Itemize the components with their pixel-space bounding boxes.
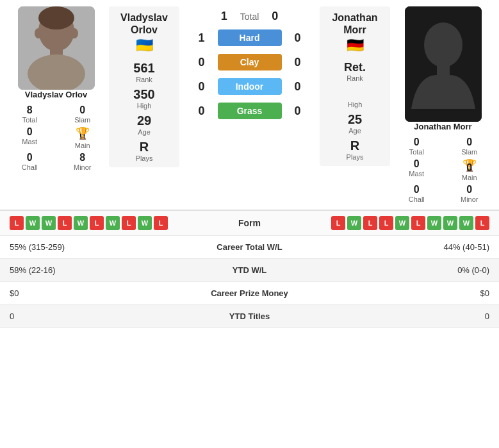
form-badge-left: L [122, 216, 136, 230]
stats-rows-container: 55% (315-259)Career Total W/L44% (40-51)… [0, 236, 499, 328]
right-form: LWLLWLWWWL [307, 216, 490, 230]
right-minor-cell: 0 Minor [446, 184, 493, 203]
left-mast-cell2 [6, 142, 53, 149]
surface-row-hard: 1 Hard 0 [186, 29, 313, 46]
left-total-label: Total [22, 116, 37, 124]
hard-left-score: 1 [195, 31, 208, 45]
right-player-stats: 0 Total 0 Slam 0 Mast 🏆 0 [393, 137, 493, 203]
total-left-score: 1 [218, 10, 231, 23]
form-row: LWWLWLWLWL Form LWLLWLWWWL [0, 211, 499, 236]
stats-center-label: Career Prize Money [192, 288, 307, 298]
left-high-value: 350 [133, 87, 154, 102]
svg-point-6 [70, 28, 78, 38]
left-age-value: 29 [137, 113, 151, 128]
right-plays-item: R Plays [347, 138, 364, 161]
form-badge-left: W [106, 216, 120, 230]
left-high-label: High [137, 102, 152, 110]
right-center-stats: Jonathan Morr 🇩🇪 Ret. Rank High 25 Age R… [320, 6, 390, 166]
form-label: Form [192, 218, 307, 228]
stats-row: $0Career Prize Money$0 [0, 282, 499, 305]
stats-right-value: 44% (40-51) [307, 242, 490, 252]
form-badge-left: W [42, 216, 56, 230]
stats-left-value: 58% (22-16) [10, 265, 192, 275]
clay-left-score: 0 [195, 56, 208, 69]
left-minor-label: Minor [74, 163, 92, 171]
right-high-value [353, 86, 357, 101]
grass-right-score: 0 [291, 104, 304, 118]
left-player-photo [18, 6, 95, 90]
left-plays-label: Plays [136, 154, 153, 162]
stats-center-label: YTD Titles [192, 311, 307, 321]
stats-row: 55% (315-259)Career Total W/L44% (40-51) [0, 236, 499, 259]
left-rank-item: 561 Rank [133, 61, 154, 83]
left-player-stats: 8 Total 0 Slam 0 Mast 🏆 0 [6, 104, 106, 171]
hard-button[interactable]: Hard [218, 29, 282, 46]
stats-row: 58% (22-16)YTD W/L0% (0-0) [0, 259, 499, 282]
left-center-stats: Vladyslav Orlov 🇺🇦 561 Rank 350 High 29 … [109, 6, 179, 167]
svg-point-8 [424, 22, 462, 67]
total-label: Total [240, 12, 259, 22]
right-player-header: Jonathan Morr 🇩🇪 [322, 12, 388, 54]
right-age-item: 25 Age [348, 112, 362, 135]
left-minor-value: 8 [79, 152, 85, 163]
right-main-label: Main [462, 174, 477, 181]
clay-button[interactable]: Clay [218, 54, 282, 71]
right-chall-cell: 0 Chall [393, 184, 440, 203]
bottom-section: LWWLWLWLWL Form LWLLWLWWWL 55% (315-259)… [0, 210, 499, 328]
left-player-name-header: Vladyslav Orlov [111, 12, 177, 36]
form-badge-right: L [379, 216, 393, 230]
form-badge-left: L [154, 216, 168, 230]
left-plays-value: R [140, 140, 149, 154]
right-total-label: Total [409, 148, 424, 156]
form-badge-right: W [347, 216, 361, 230]
right-flag: 🇩🇪 [347, 37, 364, 54]
left-rank-label: Rank [136, 76, 152, 83]
right-rank-item: Ret. Rank [344, 61, 366, 82]
left-trophy-cell: 🏆 [60, 126, 106, 145]
left-rank-value: 561 [133, 61, 154, 76]
players-wrapper: Vladyslav Orlov 8 Total 0 Slam 0 Mast 🏆 [0, 0, 499, 210]
right-chall-value: 0 [414, 184, 420, 195]
grass-button[interactable]: Grass [218, 103, 282, 119]
right-age-value: 25 [348, 112, 362, 127]
form-badge-right: W [395, 216, 409, 230]
svg-point-4 [38, 6, 74, 29]
svg-point-5 [35, 28, 42, 38]
right-total-value: 0 [414, 137, 420, 148]
right-age-label: Age [348, 127, 361, 135]
form-badge-left: L [10, 216, 24, 230]
right-slam-label: Slam [461, 148, 477, 156]
left-flag: 🇺🇦 [136, 37, 153, 54]
right-minor-value: 0 [466, 184, 472, 195]
right-high-label: High [348, 101, 363, 108]
form-badge-left: W [26, 216, 40, 230]
left-slam-cell: 0 Slam [60, 104, 106, 124]
surface-rows: 1 Hard 0 0 Clay 0 0 Indoor 0 0 Grass [186, 29, 313, 119]
right-mast-label-cell [393, 162, 440, 181]
clay-right-score: 0 [291, 56, 304, 69]
right-plays-label: Plays [347, 153, 364, 161]
left-player-header: Vladyslav Orlov 🇺🇦 [111, 12, 177, 54]
surface-row-grass: 0 Grass 0 [186, 103, 313, 119]
right-rank-value: Ret. [344, 61, 366, 74]
right-high-item: High [348, 86, 363, 108]
match-section: 1 Total 0 1 Hard 0 0 Clay 0 0 Indoor [183, 6, 316, 119]
stats-center-label: Career Total W/L [192, 242, 307, 252]
stats-left-value: 55% (315-259) [10, 242, 192, 252]
indoor-button[interactable]: Indoor [218, 78, 282, 95]
indoor-right-score: 0 [291, 80, 304, 94]
form-badge-right: L [331, 216, 345, 230]
left-form: LWWLWLWLWL [10, 216, 192, 230]
total-row: 1 Total 0 [218, 10, 282, 23]
right-slam-value: 0 [466, 137, 472, 148]
stats-row: 0YTD Titles0 [0, 305, 499, 328]
right-minor-label: Minor [461, 195, 479, 203]
left-plays-item: R Plays [136, 140, 153, 162]
total-right-score: 0 [268, 10, 281, 23]
stats-left-value: 0 [10, 311, 192, 321]
form-badge-right: L [475, 216, 489, 230]
stats-right-value: $0 [307, 288, 490, 298]
left-high-item: 350 High [133, 87, 154, 110]
left-slam-label: Slam [74, 116, 90, 124]
hard-right-score: 0 [291, 31, 304, 45]
